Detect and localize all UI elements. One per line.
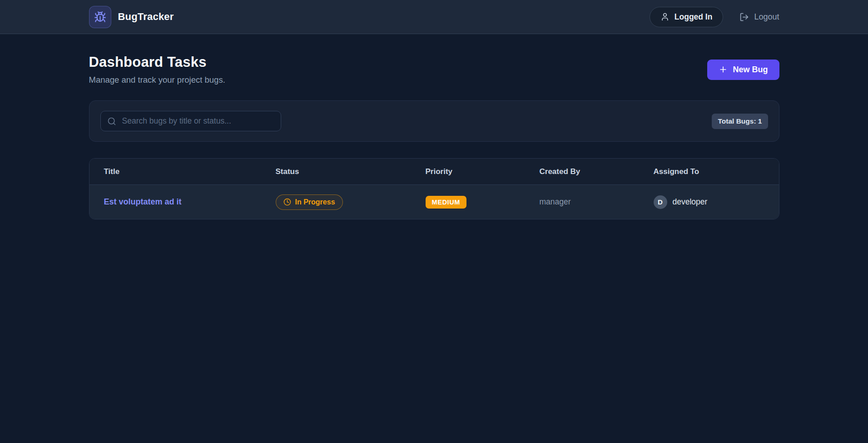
column-header-created-by: Created By bbox=[540, 167, 654, 176]
main-content: Dashboard Tasks Manage and track your pr… bbox=[89, 34, 779, 219]
logged-in-pill[interactable]: Logged In bbox=[650, 7, 724, 27]
column-header-status: Status bbox=[276, 167, 426, 176]
column-header-title: Title bbox=[104, 167, 276, 176]
status-badge: In Progress bbox=[276, 194, 343, 210]
bug-title-link[interactable]: Est voluptatem ad it bbox=[104, 197, 276, 207]
assigned-to-cell: D developer bbox=[654, 195, 764, 209]
bugs-table: Title Status Priority Created By Assigne… bbox=[89, 158, 779, 219]
priority-badge: MEDIUM bbox=[426, 196, 466, 209]
status-label: In Progress bbox=[295, 198, 335, 206]
column-header-priority: Priority bbox=[426, 167, 540, 176]
total-bugs-badge: Total Bugs: 1 bbox=[712, 114, 768, 129]
page-subtitle: Manage and track your project bugs. bbox=[89, 75, 225, 85]
avatar: D bbox=[654, 195, 667, 209]
page-header: Dashboard Tasks Manage and track your pr… bbox=[89, 54, 779, 85]
search-box bbox=[100, 111, 281, 131]
user-icon bbox=[660, 12, 670, 21]
search-card: Total Bugs: 1 bbox=[89, 100, 779, 142]
logout-button[interactable]: Logout bbox=[739, 12, 779, 22]
clock-icon bbox=[283, 198, 291, 206]
new-bug-label: New Bug bbox=[733, 65, 768, 75]
brand-name: BugTracker bbox=[118, 11, 174, 23]
navbar: BugTracker Logged In Logout bbox=[0, 0, 868, 34]
logout-icon bbox=[739, 12, 749, 22]
logout-label: Logout bbox=[754, 12, 779, 22]
page-title: Dashboard Tasks bbox=[89, 54, 225, 70]
table-row: Est voluptatem ad it In Progress MEDIUM … bbox=[89, 184, 779, 219]
new-bug-button[interactable]: New Bug bbox=[707, 60, 779, 80]
assigned-to-name: developer bbox=[673, 197, 708, 207]
plus-icon bbox=[719, 65, 728, 74]
bug-icon bbox=[89, 6, 111, 28]
table-header-row: Title Status Priority Created By Assigne… bbox=[89, 159, 779, 184]
search-input[interactable] bbox=[100, 111, 281, 131]
column-header-assigned-to: Assigned To bbox=[654, 167, 764, 176]
brand[interactable]: BugTracker bbox=[89, 6, 174, 28]
created-by-value: manager bbox=[540, 197, 654, 207]
logged-in-label: Logged In bbox=[675, 12, 713, 22]
